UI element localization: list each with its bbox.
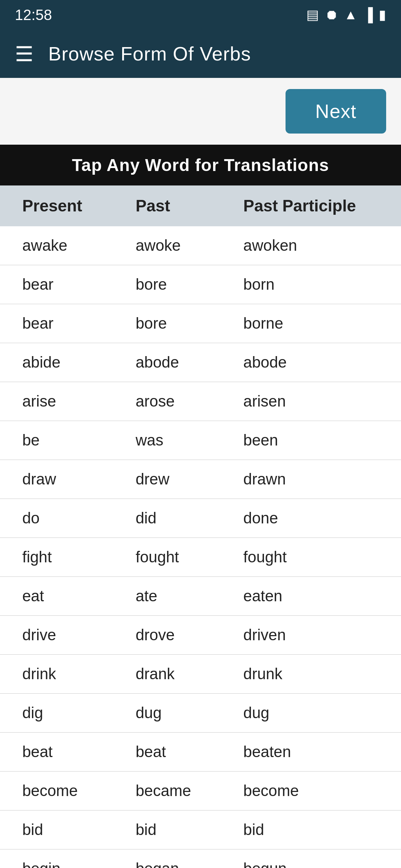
table-row[interactable]: abideabodeabode [0,343,401,382]
table-cell[interactable]: drove [113,616,221,655]
header-past: Past [113,185,221,226]
table-cell[interactable]: bore [113,304,221,343]
header-past-participle: Past Participle [221,185,401,226]
table-cell[interactable]: began [113,849,221,868]
table-cell[interactable]: driven [221,616,401,655]
table-cell[interactable]: draw [0,460,113,499]
table-cell[interactable]: drank [113,655,221,694]
table-cell[interactable]: fought [113,538,221,577]
table-cell[interactable]: drew [113,460,221,499]
table-cell[interactable]: eaten [221,577,401,616]
table-cell[interactable]: drunk [221,655,401,694]
table-row[interactable]: dodiddone [0,499,401,538]
table-cell[interactable]: borne [221,304,401,343]
table-cell[interactable]: did [113,499,221,538]
sim-icon: ▤ [306,7,319,23]
table-row[interactable]: beatbeatbeaten [0,733,401,772]
table-cell[interactable]: arise [0,382,113,421]
table-header-row: Present Past Past Participle [0,185,401,226]
table-cell[interactable]: eat [0,577,113,616]
table-cell[interactable]: drive [0,616,113,655]
record-icon: ⏺ [325,7,338,23]
table-cell[interactable]: begin [0,849,113,868]
table-row[interactable]: awakeawokeawoken [0,226,401,265]
table-row[interactable]: drinkdrankdrunk [0,655,401,694]
app-title: Browse Form Of Verbs [48,43,251,65]
status-icons: ▤ ⏺ ▲ ▐ ▮ [306,7,386,23]
table-cell[interactable]: bid [221,811,401,849]
table-cell[interactable]: dug [221,694,401,733]
status-time: 12:58 [15,7,52,23]
table-cell[interactable]: arisen [221,382,401,421]
table-row[interactable]: bidbidbid [0,811,401,849]
table-cell[interactable]: bear [0,304,113,343]
table-cell[interactable]: bore [113,265,221,304]
table-cell[interactable]: bid [113,811,221,849]
table-cell[interactable]: bear [0,265,113,304]
app-bar: ☰ Browse Form Of Verbs [0,30,401,78]
table-cell[interactable]: beat [0,733,113,772]
table-cell[interactable]: been [221,421,401,460]
wifi-icon: ▲ [344,7,358,23]
table-row[interactable]: drivedrovedriven [0,616,401,655]
table-cell[interactable]: done [221,499,401,538]
table-cell[interactable]: drink [0,655,113,694]
table-cell[interactable]: awoke [113,226,221,265]
table-cell[interactable]: fought [221,538,401,577]
header-present: Present [0,185,113,226]
table-cell[interactable]: born [221,265,401,304]
table-cell[interactable]: ate [113,577,221,616]
table-row[interactable]: bearboreborn [0,265,401,304]
table-cell[interactable]: abode [221,343,401,382]
table-cell[interactable]: awake [0,226,113,265]
table-cell[interactable]: arose [113,382,221,421]
table-cell[interactable]: dug [113,694,221,733]
table-row[interactable]: fightfoughtfought [0,538,401,577]
table-row[interactable]: bewasbeen [0,421,401,460]
table-row[interactable]: arisearosearisen [0,382,401,421]
table-cell[interactable]: do [0,499,113,538]
status-bar: 12:58 ▤ ⏺ ▲ ▐ ▮ [0,0,401,30]
table-cell[interactable]: beat [113,733,221,772]
verb-table: Present Past Past Participle awakeawokea… [0,185,401,868]
table-row[interactable]: digdugdug [0,694,401,733]
table-row[interactable]: becomebecamebecome [0,772,401,811]
table-row[interactable]: bearboreborne [0,304,401,343]
table-cell[interactable]: abide [0,343,113,382]
table-cell[interactable]: was [113,421,221,460]
table-cell[interactable]: beaten [221,733,401,772]
table-cell[interactable]: became [113,772,221,811]
table-cell[interactable]: begun [221,849,401,868]
table-cell[interactable]: be [0,421,113,460]
table-row[interactable]: drawdrewdrawn [0,460,401,499]
table-cell[interactable]: drawn [221,460,401,499]
table-row[interactable]: beginbeganbegun [0,849,401,868]
menu-icon[interactable]: ☰ [15,42,33,66]
table-cell[interactable]: become [0,772,113,811]
table-row[interactable]: eatateeaten [0,577,401,616]
signal-icon: ▐ [363,7,373,23]
table-cell[interactable]: become [221,772,401,811]
table-cell[interactable]: awoken [221,226,401,265]
tap-word-banner[interactable]: Tap Any Word for Translations [0,145,401,185]
table-cell[interactable]: dig [0,694,113,733]
verb-table-wrapper: Present Past Past Participle awakeawokea… [0,185,401,868]
battery-icon: ▮ [379,7,386,23]
table-cell[interactable]: abode [113,343,221,382]
table-cell[interactable]: bid [0,811,113,849]
table-cell[interactable]: fight [0,538,113,577]
next-button[interactable]: Next [286,89,386,134]
next-area: Next [0,78,401,145]
